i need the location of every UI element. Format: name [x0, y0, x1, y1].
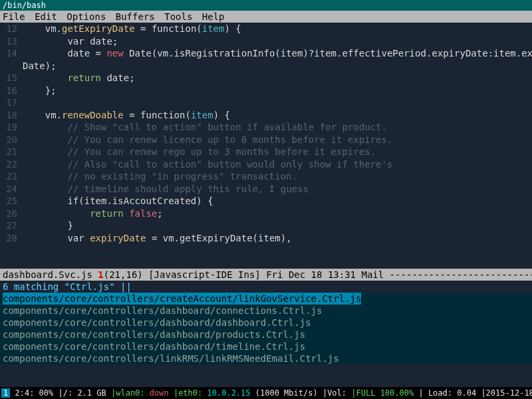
menu-tools[interactable]: Tools — [164, 11, 192, 22]
line-number: 25 — [0, 195, 23, 207]
code-line[interactable]: 20 // You can renew licence up to 6 mont… — [0, 134, 532, 146]
helm-candidate[interactable]: components/core/controllers/dashboard/ti… — [0, 340, 532, 352]
line-number: 16 — [0, 84, 23, 97]
line-number: 28 — [0, 232, 23, 245]
line-number: 22 — [0, 158, 23, 171]
code-line[interactable]: 13 var date; — [0, 35, 532, 48]
code-line[interactable]: Date); — [0, 60, 532, 72]
line-number: 15 — [0, 72, 23, 84]
code-line[interactable]: 15 return date; — [0, 72, 532, 84]
terminal-title: /bin/bash — [0, 0, 532, 11]
code-content[interactable]: // no existing "in progress" transaction… — [23, 170, 532, 183]
code-line[interactable]: 23 // no existing "in progress" transact… — [0, 170, 532, 183]
modeline: dashboard.Svc.js 1(21,16) [Javascript-ID… — [0, 269, 532, 281]
code-content[interactable] — [23, 96, 532, 109]
line-number: 21 — [0, 146, 23, 158]
code-content[interactable]: date = new Date(vm.isRegistrationInfo(it… — [23, 47, 532, 60]
line-number: 26 — [0, 207, 23, 220]
line-number: 23 — [0, 170, 23, 183]
code-editor[interactable]: 12 vm.getExpiryDate = function(item) {13… — [0, 23, 532, 269]
code-content[interactable]: } — [23, 219, 532, 232]
i3-statusbar: 1 2:4 : 00% |/: 2.1 GB |wlan0: down |eth… — [0, 387, 532, 399]
menu-file[interactable]: File — [3, 11, 25, 22]
line-number: 14 — [0, 47, 23, 60]
code-line[interactable]: 21 // You can renew rego up to 3 months … — [0, 146, 532, 158]
emacs-menubar: File Edit Options Buffers Tools Help — [0, 11, 532, 23]
helm-candidate[interactable]: components/core/controllers/dashboard/pr… — [0, 329, 532, 340]
line-number: 17 — [0, 96, 23, 109]
code-content[interactable]: return date; — [23, 72, 532, 84]
code-line[interactable]: 26 return false; — [0, 207, 532, 220]
line-number: 24 — [0, 183, 23, 196]
code-line[interactable]: 27 } — [0, 219, 532, 232]
code-line[interactable]: 16 }; — [0, 84, 532, 97]
code-line[interactable]: 19 // Show "call to action" button if av… — [0, 121, 532, 134]
code-line[interactable]: 14 date = new Date(vm.isRegistrationInfo… — [0, 47, 532, 60]
line-number — [0, 60, 23, 72]
code-content[interactable]: var expiryDate = vm.getExpiryDate(item), — [23, 232, 532, 245]
helm-candidate[interactable]: components/core/controllers/linkRMS/link… — [0, 352, 532, 364]
code-content[interactable]: Date); — [23, 60, 532, 72]
code-content[interactable]: // Show "call to action" button if avail… — [23, 121, 532, 134]
menu-edit[interactable]: Edit — [35, 11, 57, 22]
line-number: 13 — [0, 35, 23, 48]
code-content[interactable]: vm.renewDoable = function(item) { — [23, 109, 532, 122]
code-content[interactable]: // Also "call to action" button would on… — [23, 158, 532, 171]
code-content[interactable]: var date; — [23, 35, 532, 48]
code-line[interactable]: 17 — [0, 96, 532, 109]
code-content[interactable]: vm.getExpiryDate = function(item) { — [23, 23, 532, 35]
code-content[interactable]: // You can renew rego up to 3 months bef… — [23, 146, 532, 158]
minibuffer[interactable] — [0, 364, 532, 387]
code-line[interactable]: 25 if(item.isAccoutCreated) { — [0, 195, 532, 207]
line-number: 20 — [0, 134, 23, 146]
menu-help[interactable]: Help — [202, 11, 225, 22]
line-number: 27 — [0, 219, 23, 232]
code-content[interactable]: // You can renew licence up to 6 months … — [23, 134, 532, 146]
code-content[interactable]: if(item.isAccoutCreated) { — [23, 195, 532, 207]
helm-candidate[interactable]: components/core/controllers/dashboard/co… — [0, 305, 532, 317]
line-number: 18 — [0, 109, 23, 122]
code-content[interactable]: // timeline should apply this rule, I gu… — [23, 183, 532, 196]
code-content[interactable]: }; — [23, 84, 532, 97]
code-line[interactable]: 22 // Also "call to action" button would… — [0, 158, 532, 171]
line-number: 12 — [0, 23, 23, 35]
code-content[interactable]: return false; — [23, 207, 532, 220]
menu-options[interactable]: Options — [66, 11, 106, 22]
helm-candidate[interactable]: components/core/controllers/dashboard/da… — [0, 317, 532, 329]
helm-buffer[interactable]: 6 matching "Ctrl.js" || components/core/… — [0, 281, 532, 364]
code-line[interactable]: 12 vm.getExpiryDate = function(item) { — [0, 23, 532, 35]
line-number: 19 — [0, 121, 23, 134]
helm-header: 6 matching "Ctrl.js" || — [0, 281, 532, 293]
code-line[interactable]: 18 vm.renewDoable = function(item) { — [0, 109, 532, 122]
code-line[interactable]: 24 // timeline should apply this rule, I… — [0, 183, 532, 196]
menu-buffers[interactable]: Buffers — [116, 11, 155, 22]
code-line[interactable]: 28 var expiryDate = vm.getExpiryDate(ite… — [0, 232, 532, 245]
helm-candidate[interactable]: components/core/controllers/createAccoun… — [0, 293, 532, 305]
workspace-badge[interactable]: 1 — [1, 388, 10, 398]
